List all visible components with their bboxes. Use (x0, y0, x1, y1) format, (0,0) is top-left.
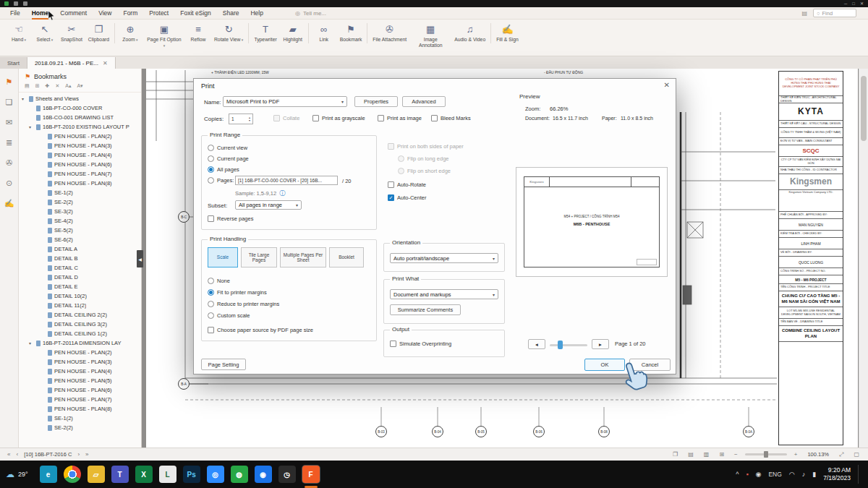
undo-icon[interactable] (23, 1, 27, 6)
bookmarks-toolbar-icon[interactable]: A▾ (77, 83, 82, 89)
bookmark-item[interactable]: ▾ 16B-PT-CO-000 COVER (19, 103, 141, 113)
weather-widget[interactable]: ☁ 29° (0, 469, 37, 479)
printer-select[interactable]: Microsoft Print to PDF▾ (223, 96, 347, 107)
panel-icon[interactable]: ⚑ (6, 77, 13, 87)
bookmark-item[interactable]: ▾ DETAIL CEILING 3(2) (19, 320, 141, 329)
booklet-mode-button[interactable]: Booklet (329, 247, 364, 267)
bookmark-item[interactable]: ▾ PEN HOUSE - PLAN(6) (19, 160, 141, 169)
bookmark-item[interactable]: ▾ SE-4(2) (19, 216, 141, 226)
print-what-select[interactable]: Document and markups▾ (390, 289, 498, 299)
collate-checkbox[interactable] (273, 115, 280, 121)
ribbon-tool-button[interactable]: ♫ Audio & Video (451, 23, 488, 43)
preview-next-button[interactable]: ▸ (592, 339, 609, 349)
taskbar-app-icon[interactable]: ◍ (231, 466, 248, 483)
next-page-icon[interactable]: › (77, 451, 80, 458)
reduce-to-margins-radio[interactable] (208, 301, 214, 307)
bookmark-item[interactable]: ▾ PEN HOUSE - PLAN(3) (19, 357, 141, 367)
bookmark-item[interactable]: ▾ PEN HOUSE - PLAN(5) (19, 376, 141, 385)
reverse-pages-checkbox[interactable] (208, 215, 214, 222)
bookmark-item[interactable]: ▾ PEN HOUSE - PLAN(6) (19, 385, 141, 395)
preview-prev-button[interactable]: ◂ (528, 339, 545, 349)
find-input[interactable]: ○ Find (813, 9, 856, 17)
bookmark-item[interactable]: ▾ PEN HOUSE - PLAN(2) (19, 132, 141, 141)
info-icon[interactable]: ⓘ (279, 189, 285, 197)
panel-icon[interactable]: ⊙ (6, 179, 12, 188)
zoom-in-icon[interactable]: + (794, 451, 798, 458)
tab-close-icon[interactable] (103, 60, 108, 67)
summarize-comments-button[interactable]: Summarize Comments (390, 304, 461, 315)
taskbar-app-icon[interactable]: e (40, 466, 57, 483)
zoom-slider-thumb[interactable] (764, 451, 768, 458)
taskbar-app-icon[interactable]: ▱ (88, 466, 105, 483)
menu-item[interactable]: Share (217, 8, 245, 18)
taskbar-app-icon[interactable]: ◎ (207, 466, 224, 483)
bookmark-item[interactable]: ▾ DETAIL C (19, 263, 141, 273)
bookmark-item[interactable]: ▾ DETAIL E (19, 282, 141, 291)
menu-item[interactable]: Form (117, 8, 143, 18)
page-layout-icon[interactable]: ⊞ (719, 451, 724, 458)
view-mode-icon[interactable]: ▤ (801, 10, 807, 17)
subset-select[interactable]: All pages in range▾ (235, 200, 302, 210)
ribbon-tool-button[interactable]: ☜ Hand (6, 23, 32, 43)
bookmark-item[interactable]: ▾ DETAIL CEILING 1(2) (19, 329, 141, 338)
bookmarks-toolbar-icon[interactable]: ✕ (55, 83, 59, 89)
expand-caret-icon[interactable]: ▾ (29, 124, 34, 129)
bookmark-item[interactable]: ▾ DETAIL 11(2) (19, 301, 141, 310)
bookmark-item[interactable]: ▾ DETAIL D (19, 273, 141, 282)
zoom-out-icon[interactable]: − (734, 451, 738, 458)
bookmark-item[interactable]: ▾ SE-2(2) (19, 423, 141, 432)
page-layout-icon[interactable]: ❐ (673, 451, 678, 458)
panel-icon[interactable]: ✉ (6, 118, 12, 127)
expand-caret-icon[interactable]: ▾ (22, 96, 27, 101)
ribbon-tool-button[interactable]: ↖ Select (32, 23, 58, 43)
auto-rotate-checkbox[interactable] (388, 181, 394, 188)
save-icon[interactable] (14, 1, 18, 6)
bookmark-item[interactable]: ▾ SE-3(2) (19, 207, 141, 216)
quick-access-icon[interactable] (4, 1, 9, 6)
bookmark-item[interactable]: ▾ DETAIL CEILING 2(2) (19, 310, 141, 320)
ribbon-tool-button[interactable]: ▰ Highlight (280, 23, 306, 43)
bookmark-item[interactable]: ▾ PEN HOUSE - PLAN(4) (19, 150, 141, 160)
bookmark-item[interactable]: ▾ 16B-PT-2011A DIMENSION LAY (19, 338, 141, 348)
ribbon-tool-button[interactable]: T Typewriter (248, 23, 279, 43)
minimize-icon[interactable]: ─ (844, 1, 847, 6)
tray-icon[interactable]: ^ (736, 471, 739, 478)
document-tab[interactable]: 2018.09.21 - M6B - PE... (27, 57, 116, 69)
all-pages-radio[interactable] (208, 166, 214, 173)
tray-icon[interactable]: ◠ (789, 471, 795, 478)
first-page-icon[interactable]: « (7, 451, 10, 458)
bookmark-item[interactable]: ▾ SE-5(2) (19, 226, 141, 235)
ribbon-tool-button[interactable]: ✍ Fill & Sign (490, 23, 522, 43)
simulate-overprinting-checkbox[interactable] (390, 341, 396, 347)
bookmark-item[interactable]: ▾ PEN HOUSE - PLAN(7) (19, 169, 141, 179)
grayscale-checkbox[interactable] (312, 115, 319, 121)
preview-slider-thumb[interactable] (558, 341, 563, 349)
page-layout-icon[interactable]: ▤ (688, 451, 694, 458)
panel-icon[interactable]: ❏ (6, 98, 13, 107)
menu-item[interactable]: Comment (54, 8, 93, 18)
fit-view-icon[interactable]: ⤢ (839, 451, 843, 458)
panel-collapse-button[interactable]: ◀ (137, 250, 143, 267)
bleed-marks-checkbox[interactable] (431, 115, 438, 121)
bookmark-item[interactable]: ▾ SE-6(2) (19, 235, 141, 244)
paper-source-checkbox[interactable] (208, 327, 214, 333)
taskbar-app-icon[interactable]: Ps (183, 466, 200, 483)
last-page-icon[interactable]: » (85, 451, 88, 458)
maximize-icon[interactable]: □ (852, 1, 855, 6)
page-setting-button[interactable]: Page Setting (201, 359, 246, 370)
ribbon-tool-button[interactable]: ∞ Link (308, 23, 337, 43)
bookmark-item[interactable]: ▾ SE-1(2) (19, 414, 141, 423)
flip-long-radio[interactable] (398, 155, 404, 162)
properties-button[interactable]: Properties (354, 96, 398, 107)
ribbon-tool-button[interactable]: ≡ Reflow (185, 23, 211, 43)
ribbon-tool-button[interactable]: ✇ File Attachment (367, 23, 409, 43)
bookmark-item[interactable]: ▾ DETAIL B (19, 254, 141, 263)
bookmark-item[interactable]: ▾ PEN HOUSE - PLAN(2) (19, 348, 141, 357)
ribbon-tool-button[interactable]: ✂ SnapShot (58, 23, 85, 43)
bookmarks-toolbar-icon[interactable]: A▴ (65, 83, 71, 89)
ribbon-tool-button[interactable]: ⚑ Bookmark (337, 23, 365, 43)
taskbar-app-icon[interactable] (64, 466, 81, 483)
stepper-arrows-icon[interactable]: ▴▾ (249, 116, 250, 122)
taskbar-app-icon[interactable]: T (111, 466, 129, 483)
document-tab[interactable]: Start (0, 57, 27, 69)
